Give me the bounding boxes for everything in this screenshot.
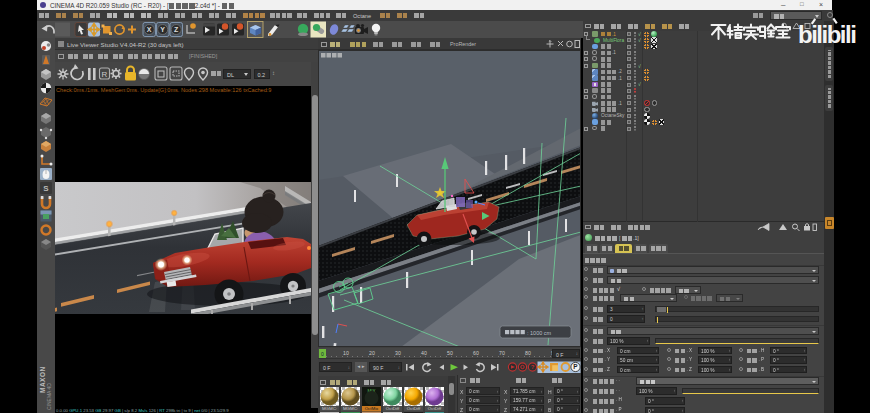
svg-text:bilibili: bilibili	[798, 21, 855, 48]
svg-text:Z: Z	[174, 26, 179, 33]
svg-text:?: ?	[531, 364, 535, 370]
svg-text:S: S	[43, 184, 49, 193]
svg-text:MGMC:: MGMC:	[322, 406, 337, 411]
svg-text:OctMix: OctMix	[365, 406, 379, 411]
svg-text:: 1000 cm: : 1000 cm	[527, 330, 552, 336]
svg-text:OctDiff: OctDiff	[386, 406, 400, 411]
svg-text:Y: Y	[160, 26, 165, 33]
svg-text:R: R	[102, 70, 108, 79]
svg-text:X: X	[147, 26, 152, 33]
svg-text:OctDiff: OctDiff	[428, 406, 442, 411]
svg-text:MGMC:: MGMC:	[343, 406, 358, 411]
svg-text:OctDiff: OctDiff	[407, 406, 421, 411]
svg-text:P: P	[573, 363, 578, 370]
